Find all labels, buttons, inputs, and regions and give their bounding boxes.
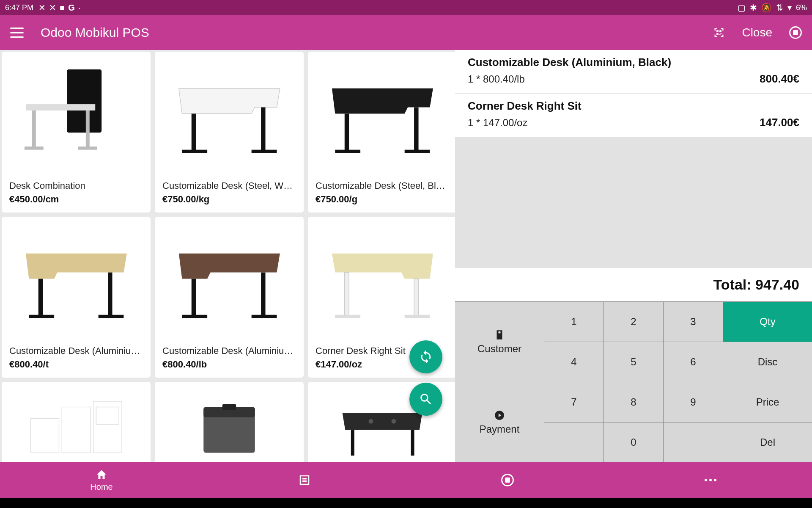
product-card[interactable]: Desk Combination €450.00/cm	[2, 52, 151, 213]
dot-icon: ·	[78, 3, 81, 13]
product-image	[308, 217, 455, 341]
svg-rect-6	[191, 114, 195, 152]
customer-button[interactable]: Customer	[455, 302, 544, 382]
svg-rect-27	[62, 407, 91, 453]
status-bar: 6:47 PM ✕ ✕ ■ G · ▢ ✱ 🔕 ⇅ ▾ 6%	[0, 0, 812, 15]
product-image	[308, 52, 455, 176]
del-button[interactable]: Del	[723, 422, 812, 462]
more-icon	[705, 479, 716, 481]
cart-item-name: Customizable Desk (Aluminium, Black)	[468, 56, 799, 69]
svg-rect-16	[29, 315, 54, 318]
nav-home[interactable]: Home	[0, 462, 203, 498]
list-icon	[298, 474, 311, 486]
search-fab[interactable]	[409, 383, 442, 416]
key-5[interactable]: 5	[604, 342, 663, 382]
cast-icon: ▢	[738, 3, 746, 13]
product-card[interactable]: Customizable Desk (Aluminium... €800.40/…	[2, 217, 151, 378]
svg-rect-22	[344, 273, 348, 317]
product-name: Customizable Desk (Aluminium...	[162, 345, 296, 356]
payment-button[interactable]: Payment	[455, 382, 544, 462]
product-card[interactable]: Customizable Desk (Steel, White) €750.00…	[155, 52, 304, 213]
cart-item-price: 147.00€	[760, 116, 799, 129]
qty-mode-button[interactable]: Qty	[723, 302, 812, 342]
product-card[interactable]: Customizable Desk (Steel, Black) €750.00…	[308, 52, 455, 213]
cart-item[interactable]: Corner Desk Right Sit 1 * 147.00/oz 147.…	[455, 94, 812, 137]
cart-item[interactable]: Customizable Desk (Aluminium, Black) 1 *…	[455, 50, 812, 94]
wifi-icon: ▾	[787, 3, 792, 13]
product-card[interactable]: Customizable Desk (Aluminium... €800.40/…	[155, 217, 304, 378]
app-bar: Odoo Mobikul POS Close	[0, 15, 812, 50]
customer-icon	[494, 329, 505, 340]
svg-rect-32	[222, 404, 236, 410]
svg-rect-17	[98, 315, 123, 318]
sync-fab[interactable]	[409, 340, 442, 373]
product-price: €450.00/cm	[9, 194, 143, 205]
svg-rect-2	[32, 111, 36, 149]
key-1[interactable]: 1	[544, 302, 604, 342]
cart-spacer	[455, 137, 812, 268]
svg-rect-9	[251, 150, 277, 153]
close-button[interactable]: Close	[742, 26, 772, 39]
main-content: Desk Combination €450.00/cm Customizable…	[0, 50, 812, 462]
svg-rect-5	[78, 147, 97, 150]
disc-mode-button[interactable]: Disc	[723, 342, 812, 382]
cart-items: Customizable Desk (Aluminium, Black) 1 *…	[455, 50, 812, 137]
qr-scan-icon[interactable]	[713, 27, 725, 39]
key-9[interactable]: 9	[664, 382, 723, 422]
product-name: Customizable Desk (Steel, Black)	[315, 180, 449, 191]
svg-rect-35	[351, 430, 354, 456]
nav-more[interactable]	[609, 462, 812, 498]
svg-rect-18	[191, 279, 195, 317]
stop-icon	[501, 474, 514, 486]
app-title: Odoo Mobikul POS	[41, 25, 149, 40]
key-blank-2[interactable]	[664, 422, 723, 462]
svg-rect-25	[404, 315, 430, 318]
nav-home-label: Home	[90, 482, 112, 492]
svg-rect-0	[67, 69, 102, 133]
product-image	[155, 217, 304, 341]
cart-total: Total: 947.40	[455, 268, 812, 301]
svg-rect-4	[24, 147, 43, 150]
cart-item-name: Corner Desk Right Sit	[468, 99, 799, 113]
svg-point-33	[369, 419, 373, 424]
product-grid: Desk Combination €450.00/cm Customizable…	[0, 50, 455, 462]
home-icon	[95, 469, 108, 481]
menu-icon[interactable]	[10, 28, 24, 38]
key-blank[interactable]	[544, 422, 604, 462]
price-mode-button[interactable]: Price	[723, 382, 812, 422]
key-8[interactable]: 8	[604, 382, 663, 422]
svg-rect-1	[25, 105, 95, 111]
svg-rect-11	[414, 108, 418, 152]
svg-rect-14	[38, 279, 42, 317]
updown-icon: ⇅	[776, 3, 783, 13]
svg-rect-19	[261, 273, 265, 317]
svg-rect-26	[30, 419, 59, 453]
product-price: €750.00/g	[315, 194, 449, 205]
key-0[interactable]: 0	[604, 422, 663, 462]
product-price: €800.40/lb	[162, 359, 296, 370]
svg-rect-21	[251, 315, 277, 318]
product-image	[2, 52, 151, 176]
product-name: Desk Combination	[9, 180, 143, 191]
key-4[interactable]: 4	[544, 342, 604, 382]
back-icon[interactable]: ‹	[203, 504, 207, 508]
stop-session-icon[interactable]	[789, 26, 802, 39]
svg-rect-28	[93, 401, 122, 453]
nav-orders[interactable]	[203, 462, 406, 498]
cart-item-price: 800.40€	[760, 72, 799, 86]
mute-icon: 🔕	[761, 3, 772, 13]
key-2[interactable]: 2	[604, 302, 663, 342]
play-icon	[494, 410, 505, 421]
svg-rect-10	[344, 114, 348, 152]
product-card[interactable]	[2, 382, 151, 462]
status-battery: 6%	[796, 3, 807, 12]
product-card[interactable]	[155, 382, 304, 462]
bottom-nav: Home	[0, 462, 812, 498]
svg-rect-7	[261, 108, 265, 152]
svg-rect-20	[182, 315, 207, 318]
key-6[interactable]: 6	[664, 342, 723, 382]
key-3[interactable]: 3	[664, 302, 723, 342]
cart-panel: Customizable Desk (Aluminium, Black) 1 *…	[455, 50, 812, 462]
key-7[interactable]: 7	[544, 382, 604, 422]
nav-session[interactable]	[406, 462, 609, 498]
